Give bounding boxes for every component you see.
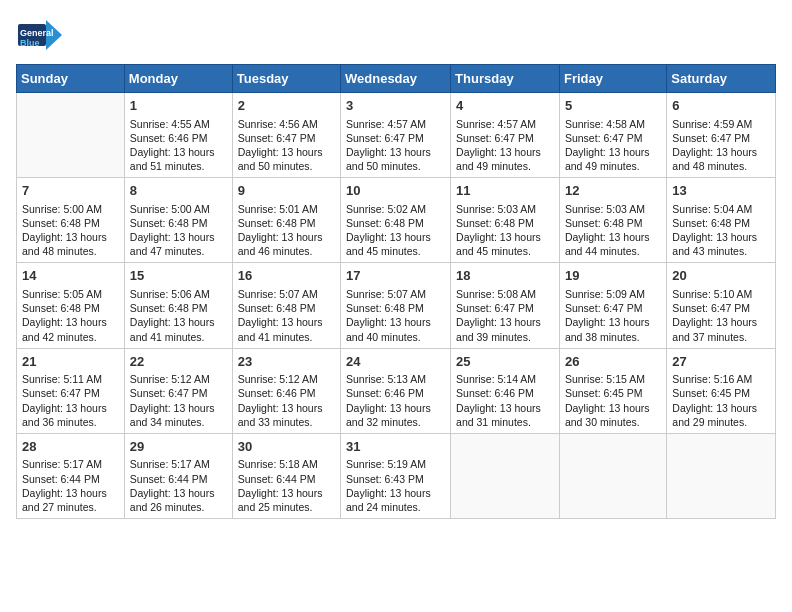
day-info: Sunrise: 5:19 AM Sunset: 6:43 PM Dayligh…	[346, 457, 445, 514]
day-number: 14	[22, 267, 119, 285]
day-info: Sunrise: 5:07 AM Sunset: 6:48 PM Dayligh…	[346, 287, 445, 344]
day-info: Sunrise: 5:05 AM Sunset: 6:48 PM Dayligh…	[22, 287, 119, 344]
week-row-3: 14Sunrise: 5:05 AM Sunset: 6:48 PM Dayli…	[17, 263, 776, 348]
day-info: Sunrise: 5:18 AM Sunset: 6:44 PM Dayligh…	[238, 457, 335, 514]
calendar-cell: 31Sunrise: 5:19 AM Sunset: 6:43 PM Dayli…	[341, 433, 451, 518]
day-number: 17	[346, 267, 445, 285]
page-container: General Blue SundayMondayTuesdayWednesda…	[16, 16, 776, 519]
day-number: 27	[672, 353, 770, 371]
day-number: 6	[672, 97, 770, 115]
day-number: 18	[456, 267, 554, 285]
week-row-2: 7Sunrise: 5:00 AM Sunset: 6:48 PM Daylig…	[17, 178, 776, 263]
calendar-cell: 21Sunrise: 5:11 AM Sunset: 6:47 PM Dayli…	[17, 348, 125, 433]
day-number: 31	[346, 438, 445, 456]
day-number: 13	[672, 182, 770, 200]
calendar-cell: 20Sunrise: 5:10 AM Sunset: 6:47 PM Dayli…	[667, 263, 776, 348]
week-row-5: 28Sunrise: 5:17 AM Sunset: 6:44 PM Dayli…	[17, 433, 776, 518]
day-info: Sunrise: 5:16 AM Sunset: 6:45 PM Dayligh…	[672, 372, 770, 429]
day-info: Sunrise: 5:17 AM Sunset: 6:44 PM Dayligh…	[22, 457, 119, 514]
day-info: Sunrise: 5:12 AM Sunset: 6:47 PM Dayligh…	[130, 372, 227, 429]
day-number: 8	[130, 182, 227, 200]
calendar-cell: 11Sunrise: 5:03 AM Sunset: 6:48 PM Dayli…	[451, 178, 560, 263]
calendar-cell: 29Sunrise: 5:17 AM Sunset: 6:44 PM Dayli…	[124, 433, 232, 518]
calendar-cell: 25Sunrise: 5:14 AM Sunset: 6:46 PM Dayli…	[451, 348, 560, 433]
calendar-cell: 16Sunrise: 5:07 AM Sunset: 6:48 PM Dayli…	[232, 263, 340, 348]
calendar-cell: 10Sunrise: 5:02 AM Sunset: 6:48 PM Dayli…	[341, 178, 451, 263]
day-number: 26	[565, 353, 661, 371]
day-number: 3	[346, 97, 445, 115]
calendar-cell: 24Sunrise: 5:13 AM Sunset: 6:46 PM Dayli…	[341, 348, 451, 433]
day-info: Sunrise: 5:04 AM Sunset: 6:48 PM Dayligh…	[672, 202, 770, 259]
day-info: Sunrise: 5:07 AM Sunset: 6:48 PM Dayligh…	[238, 287, 335, 344]
calendar-cell: 4Sunrise: 4:57 AM Sunset: 6:47 PM Daylig…	[451, 93, 560, 178]
calendar-cell: 13Sunrise: 5:04 AM Sunset: 6:48 PM Dayli…	[667, 178, 776, 263]
day-number: 23	[238, 353, 335, 371]
day-info: Sunrise: 4:57 AM Sunset: 6:47 PM Dayligh…	[456, 117, 554, 174]
calendar-cell: 30Sunrise: 5:18 AM Sunset: 6:44 PM Dayli…	[232, 433, 340, 518]
day-number: 11	[456, 182, 554, 200]
calendar-cell: 14Sunrise: 5:05 AM Sunset: 6:48 PM Dayli…	[17, 263, 125, 348]
day-info: Sunrise: 5:00 AM Sunset: 6:48 PM Dayligh…	[130, 202, 227, 259]
calendar-cell: 7Sunrise: 5:00 AM Sunset: 6:48 PM Daylig…	[17, 178, 125, 263]
calendar-cell: 17Sunrise: 5:07 AM Sunset: 6:48 PM Dayli…	[341, 263, 451, 348]
day-number: 24	[346, 353, 445, 371]
day-number: 29	[130, 438, 227, 456]
day-number: 9	[238, 182, 335, 200]
calendar-cell: 26Sunrise: 5:15 AM Sunset: 6:45 PM Dayli…	[559, 348, 666, 433]
logo-icon: General Blue	[16, 16, 64, 56]
day-number: 25	[456, 353, 554, 371]
calendar-cell: 18Sunrise: 5:08 AM Sunset: 6:47 PM Dayli…	[451, 263, 560, 348]
day-info: Sunrise: 5:03 AM Sunset: 6:48 PM Dayligh…	[456, 202, 554, 259]
day-number: 22	[130, 353, 227, 371]
day-info: Sunrise: 5:06 AM Sunset: 6:48 PM Dayligh…	[130, 287, 227, 344]
day-info: Sunrise: 5:15 AM Sunset: 6:45 PM Dayligh…	[565, 372, 661, 429]
day-number: 4	[456, 97, 554, 115]
day-info: Sunrise: 5:12 AM Sunset: 6:46 PM Dayligh…	[238, 372, 335, 429]
day-info: Sunrise: 5:03 AM Sunset: 6:48 PM Dayligh…	[565, 202, 661, 259]
day-info: Sunrise: 5:00 AM Sunset: 6:48 PM Dayligh…	[22, 202, 119, 259]
calendar-cell: 6Sunrise: 4:59 AM Sunset: 6:47 PM Daylig…	[667, 93, 776, 178]
day-info: Sunrise: 4:59 AM Sunset: 6:47 PM Dayligh…	[672, 117, 770, 174]
day-number: 30	[238, 438, 335, 456]
day-info: Sunrise: 4:57 AM Sunset: 6:47 PM Dayligh…	[346, 117, 445, 174]
calendar-cell	[667, 433, 776, 518]
day-number: 20	[672, 267, 770, 285]
day-info: Sunrise: 5:17 AM Sunset: 6:44 PM Dayligh…	[130, 457, 227, 514]
calendar-cell: 28Sunrise: 5:17 AM Sunset: 6:44 PM Dayli…	[17, 433, 125, 518]
calendar-cell: 12Sunrise: 5:03 AM Sunset: 6:48 PM Dayli…	[559, 178, 666, 263]
day-info: Sunrise: 5:02 AM Sunset: 6:48 PM Dayligh…	[346, 202, 445, 259]
day-info: Sunrise: 5:13 AM Sunset: 6:46 PM Dayligh…	[346, 372, 445, 429]
day-number: 7	[22, 182, 119, 200]
weekday-sunday: Sunday	[17, 65, 125, 93]
calendar-cell: 8Sunrise: 5:00 AM Sunset: 6:48 PM Daylig…	[124, 178, 232, 263]
day-info: Sunrise: 5:11 AM Sunset: 6:47 PM Dayligh…	[22, 372, 119, 429]
calendar-cell	[559, 433, 666, 518]
calendar-cell: 22Sunrise: 5:12 AM Sunset: 6:47 PM Dayli…	[124, 348, 232, 433]
svg-text:Blue: Blue	[20, 38, 40, 48]
calendar-cell	[17, 93, 125, 178]
day-info: Sunrise: 5:10 AM Sunset: 6:47 PM Dayligh…	[672, 287, 770, 344]
day-number: 12	[565, 182, 661, 200]
calendar-cell: 15Sunrise: 5:06 AM Sunset: 6:48 PM Dayli…	[124, 263, 232, 348]
day-info: Sunrise: 4:56 AM Sunset: 6:47 PM Dayligh…	[238, 117, 335, 174]
day-info: Sunrise: 5:08 AM Sunset: 6:47 PM Dayligh…	[456, 287, 554, 344]
week-row-1: 1Sunrise: 4:55 AM Sunset: 6:46 PM Daylig…	[17, 93, 776, 178]
weekday-saturday: Saturday	[667, 65, 776, 93]
day-number: 15	[130, 267, 227, 285]
calendar-cell: 1Sunrise: 4:55 AM Sunset: 6:46 PM Daylig…	[124, 93, 232, 178]
day-number: 10	[346, 182, 445, 200]
day-number: 5	[565, 97, 661, 115]
day-number: 16	[238, 267, 335, 285]
day-info: Sunrise: 5:14 AM Sunset: 6:46 PM Dayligh…	[456, 372, 554, 429]
calendar-cell: 23Sunrise: 5:12 AM Sunset: 6:46 PM Dayli…	[232, 348, 340, 433]
day-number: 2	[238, 97, 335, 115]
logo: General Blue	[16, 16, 64, 56]
day-info: Sunrise: 5:09 AM Sunset: 6:47 PM Dayligh…	[565, 287, 661, 344]
weekday-friday: Friday	[559, 65, 666, 93]
day-info: Sunrise: 4:55 AM Sunset: 6:46 PM Dayligh…	[130, 117, 227, 174]
day-number: 28	[22, 438, 119, 456]
calendar-cell	[451, 433, 560, 518]
calendar-cell: 5Sunrise: 4:58 AM Sunset: 6:47 PM Daylig…	[559, 93, 666, 178]
weekday-thursday: Thursday	[451, 65, 560, 93]
calendar-cell: 2Sunrise: 4:56 AM Sunset: 6:47 PM Daylig…	[232, 93, 340, 178]
